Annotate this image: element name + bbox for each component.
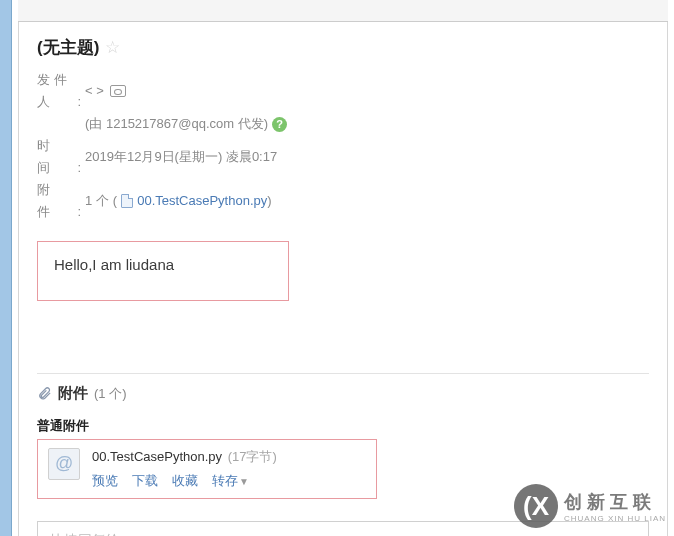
attach-count: 1 个 xyxy=(85,190,109,212)
meta-block: 发件人: < > (由 1215217867@qq.com 代发) ? 时 间:… xyxy=(37,69,649,223)
left-sidebar-strip xyxy=(0,0,12,536)
time-label: 时 间: xyxy=(37,135,85,179)
attachment-name-row: 00.TestCasePython.py (17字节) xyxy=(92,448,366,466)
op-preview[interactable]: 预览 xyxy=(92,472,118,490)
sender-value: < > xyxy=(85,80,104,102)
chevron-down-icon: ▼ xyxy=(239,476,249,487)
attachment-item: 00.TestCasePython.py (17字节) 预览 下载 收藏 转存▼ xyxy=(37,439,377,499)
file-icon xyxy=(121,194,133,208)
proxy-text: (由 1215217867@qq.com 代发) xyxy=(85,113,268,135)
attachment-name: 00.TestCasePython.py xyxy=(92,449,222,464)
mail-body-box: Hello,I am liudana xyxy=(37,241,289,301)
toolbar-stub xyxy=(18,0,668,22)
attachment-header-text: 附件 xyxy=(58,384,88,403)
watermark-line1: 创新互联 xyxy=(564,490,666,514)
attachment-section: 附件 (1 个) 普通附件 00.TestCasePython.py (17字节… xyxy=(37,373,649,499)
subject-row: (无主题) ☆ xyxy=(37,36,649,59)
attachment-info: 00.TestCasePython.py (17字节) 预览 下载 收藏 转存▼ xyxy=(92,448,366,490)
attachment-ops: 预览 下载 收藏 转存▼ xyxy=(92,472,366,490)
proxy-row: (由 1215217867@qq.com 代发) ? xyxy=(37,113,649,135)
paperclip-icon xyxy=(37,386,52,401)
attach-label: 附 件: xyxy=(37,179,85,223)
help-icon[interactable]: ? xyxy=(272,117,287,132)
op-forward-label: 转存 xyxy=(212,473,238,488)
attachment-file-icon xyxy=(48,448,80,480)
watermark-text: 创新互联 CHUANG XIN HU LIAN xyxy=(564,490,666,523)
op-download[interactable]: 下载 xyxy=(132,472,158,490)
sender-label: 发件人: xyxy=(37,69,85,113)
subject-text: (无主题) xyxy=(37,38,99,57)
attachment-link[interactable]: 00.TestCasePython.py xyxy=(137,190,267,212)
watermark-line2: CHUANG XIN HU LIAN xyxy=(564,514,666,523)
op-forward[interactable]: 转存▼ xyxy=(212,472,249,490)
sender-row: 发件人: < > xyxy=(37,69,649,113)
mail-body-text: Hello,I am liudana xyxy=(54,256,272,273)
op-favorite[interactable]: 收藏 xyxy=(172,472,198,490)
mail-panel: (无主题) ☆ 发件人: < > (由 1215217867@qq.com 代发… xyxy=(18,22,668,536)
mail-view: (无主题) ☆ 发件人: < > (由 1215217867@qq.com 代发… xyxy=(12,0,674,536)
quick-reply-input[interactable] xyxy=(50,532,636,536)
attach-paren-close: ) xyxy=(267,190,271,212)
time-value: 2019年12月9日(星期一) 凌晨0:17 xyxy=(85,146,277,168)
attach-row: 附 件: 1 个 ( 00.TestCasePython.py ) xyxy=(37,179,649,223)
star-icon[interactable]: ☆ xyxy=(105,38,120,57)
contact-card-icon[interactable] xyxy=(110,85,126,97)
attachment-header: 附件 (1 个) xyxy=(37,384,649,403)
time-row: 时 间: 2019年12月9日(星期一) 凌晨0:17 xyxy=(37,135,649,179)
attachment-size: (17字节) xyxy=(228,449,277,464)
attach-paren-open: ( xyxy=(113,190,117,212)
attachment-header-count: (1 个) xyxy=(94,385,127,403)
watermark: (X 创新互联 CHUANG XIN HU LIAN xyxy=(514,484,666,528)
attachment-subheader: 普通附件 xyxy=(37,417,649,435)
watermark-logo-icon: (X xyxy=(514,484,558,528)
